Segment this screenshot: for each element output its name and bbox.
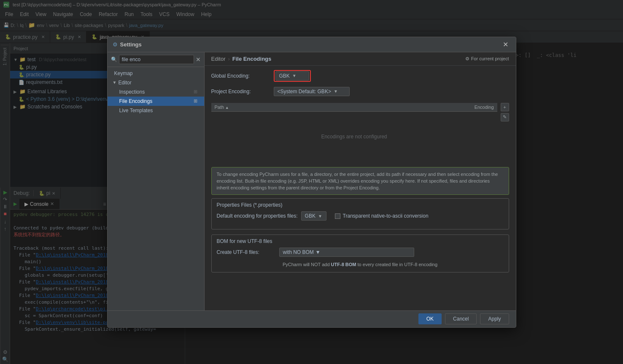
props-enc-arrow: ▼ xyxy=(318,214,322,218)
global-encoding-dropdown[interactable]: GBK ▼ xyxy=(275,71,309,81)
search-icon: 🔍 xyxy=(111,57,117,62)
global-encoding-row: Global Encoding: GBK ▼ xyxy=(211,70,509,82)
dialog-footer: OK Cancel Apply xyxy=(108,310,516,327)
apply-button[interactable]: Apply xyxy=(480,313,509,324)
path-table: Path Encoding Encodings are not configur… xyxy=(211,103,497,162)
table-actions: + ✎ xyxy=(499,103,509,121)
bom-label: Create UTF-8 files: xyxy=(217,249,276,255)
settings-overlay: ⚙ Settings ✕ 🔍 ✕ Keymap ▼ E xyxy=(0,0,623,364)
encoding-col-header: Encoding xyxy=(339,103,497,112)
properties-encoding-dropdown[interactable]: GBK ▼ xyxy=(301,211,326,221)
proj-enc-arrow: ▼ xyxy=(334,89,338,94)
inspections-icon: ⊞ xyxy=(194,89,197,94)
settings-nav: 🔍 ✕ Keymap ▼ Editor Inspections ⊞ xyxy=(108,52,205,310)
settings-breadcrumb: Editor › File Encodings xyxy=(211,56,272,62)
edit-path-btn[interactable]: ✎ xyxy=(501,113,509,121)
nav-editor[interactable]: ▼ Editor xyxy=(108,78,204,87)
path-col-header[interactable]: Path xyxy=(211,103,339,112)
empty-message: Encodings are not configured xyxy=(211,111,497,162)
settings-dialog: ⚙ Settings ✕ 🔍 ✕ Keymap ▼ E xyxy=(107,37,516,328)
bom-section: BOM for new UTF-8 files Create UTF-8 fil… xyxy=(211,235,509,272)
settings-icon: ⚙ xyxy=(113,41,118,48)
project-encoding-row: Project Encoding: <System Default: GBK> … xyxy=(211,87,509,96)
global-encoding-label: Global Encoding: xyxy=(211,73,270,79)
nav-live-templates[interactable]: Live Templates xyxy=(108,106,204,115)
bom-title: BOM for new UTF-8 files xyxy=(217,238,504,244)
file-enc-icon: ⊞ xyxy=(194,98,197,104)
global-encoding-highlight: GBK ▼ xyxy=(274,70,311,82)
settings-nav-list: Keymap ▼ Editor Inspections ⊞ File Encod… xyxy=(108,67,204,310)
cancel-button[interactable]: Cancel xyxy=(445,313,477,324)
nav-keymap[interactable]: Keymap xyxy=(108,69,204,78)
settings-content: Editor › File Encodings ⚙ For current pr… xyxy=(205,52,516,310)
ok-button[interactable]: OK xyxy=(418,313,442,324)
project-encoding-dropdown[interactable]: <System Default: GBK> ▼ xyxy=(274,87,350,96)
info-box: To change encoding PyCharm uses for a fi… xyxy=(211,167,509,195)
bom-note: PyCharm will NOT add UTF-8 BOM to every … xyxy=(217,260,504,269)
nav-file-encodings[interactable]: File Encodings ⊞ xyxy=(108,97,204,106)
project-link[interactable]: ⚙ For current project xyxy=(465,56,509,62)
settings-search-box: 🔍 ✕ xyxy=(108,52,204,67)
search-clear-btn[interactable]: ✕ xyxy=(196,56,201,63)
settings-search-input[interactable] xyxy=(119,55,194,64)
properties-title: Properties Files (*.properties) xyxy=(217,202,504,208)
bom-arrow: ▼ xyxy=(316,249,321,255)
dialog-close-btn[interactable]: ✕ xyxy=(501,39,511,49)
properties-section: Properties Files (*.properties) Default … xyxy=(211,198,509,229)
nav-inspections[interactable]: Inspections ⊞ xyxy=(108,87,204,97)
content-header: Editor › File Encodings ⚙ For current pr… xyxy=(205,52,516,66)
properties-encoding-row: Default encoding for properties files: G… xyxy=(217,211,504,221)
transparent-conversion-row: Transparent native-to-ascii conversion xyxy=(335,213,429,219)
bom-note-highlight: UTF-8 BOM xyxy=(331,262,356,267)
path-table-section: Path Encoding Encodings are not configur… xyxy=(205,103,516,164)
global-encoding-section: Global Encoding: GBK ▼ Project Encoding: xyxy=(205,66,516,103)
dialog-title: Settings xyxy=(120,41,142,48)
dialog-body: 🔍 ✕ Keymap ▼ Editor Inspections ⊞ xyxy=(108,52,516,310)
project-link-icon: ⚙ xyxy=(465,56,469,62)
dialog-titlebar: ⚙ Settings ✕ xyxy=(108,37,516,52)
properties-label: Default encoding for properties files: xyxy=(217,213,298,219)
editor-expand-arrow: ▼ xyxy=(113,80,117,85)
bom-row: Create UTF-8 files: with NO BOM ▼ xyxy=(217,248,504,257)
project-encoding-label: Project Encoding: xyxy=(211,89,270,94)
add-path-btn[interactable]: + xyxy=(501,103,509,111)
transparent-checkbox[interactable] xyxy=(335,213,340,219)
bom-dropdown[interactable]: with NO BOM ▼ xyxy=(279,248,414,257)
global-enc-arrow: ▼ xyxy=(292,73,297,78)
